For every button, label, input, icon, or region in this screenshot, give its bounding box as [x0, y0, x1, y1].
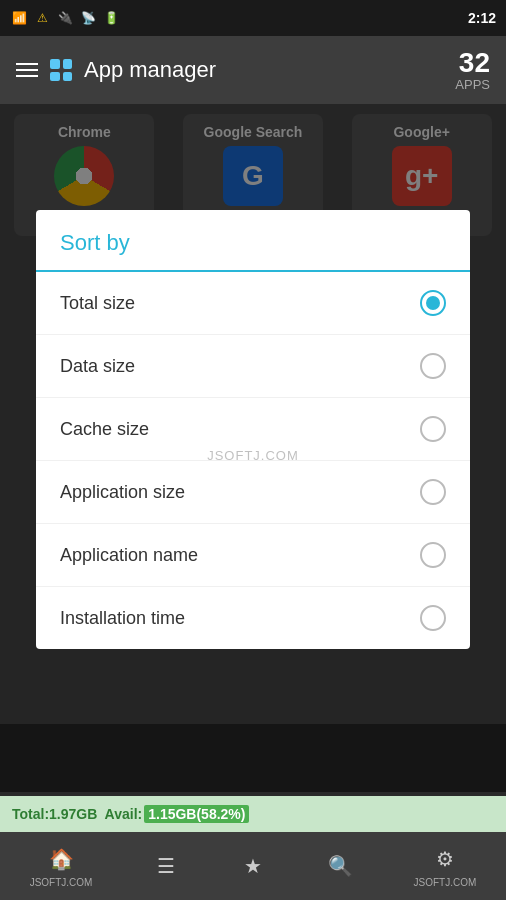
status-icons-left: 📶 ⚠ 🔌 📡 🔋 — [10, 9, 120, 27]
sort-option-total-size[interactable]: Total size — [36, 272, 470, 335]
settings-icon: ⚙ — [431, 845, 459, 873]
sort-option-cache-size[interactable]: Cache size — [36, 398, 470, 461]
bottom-nav: 🏠 JSOFTJ.COM ☰ ★ 🔍 ⚙ JSOFTJ.COM — [0, 832, 506, 900]
page-title: App manager — [84, 57, 216, 83]
sort-data-size-radio[interactable] — [420, 353, 446, 379]
signal-bars-icon: 📶 — [10, 9, 28, 27]
header-app-count: 32 APPS — [455, 49, 490, 92]
sort-option-install-time[interactable]: Installation time — [36, 587, 470, 649]
storage-bar: Total:1.97GB Avail:1.15GB(58.2%) — [0, 796, 506, 832]
sort-app-name-label: Application name — [60, 545, 198, 566]
wifi-icon: 📡 — [79, 9, 97, 27]
app-header: App manager 32 APPS — [0, 36, 506, 104]
nav-settings-label: JSOFTJ.COM — [414, 877, 477, 888]
header-left: App manager — [16, 57, 216, 83]
sort-install-time-radio[interactable] — [420, 605, 446, 631]
nav-search[interactable]: 🔍 — [326, 852, 354, 880]
sort-install-time-label: Installation time — [60, 608, 185, 629]
alert-icon: ⚠ — [33, 9, 51, 27]
status-time: 2:12 — [468, 10, 496, 26]
list-icon: ☰ — [152, 852, 180, 880]
sort-total-size-label: Total size — [60, 293, 135, 314]
nav-settings[interactable]: ⚙ JSOFTJ.COM — [414, 845, 477, 888]
sort-data-size-label: Data size — [60, 356, 135, 377]
nav-favorites[interactable]: ★ — [239, 852, 267, 880]
storage-avail-value: 1.15GB(58.2%) — [144, 805, 249, 823]
nav-home-label: JSOFTJ.COM — [30, 877, 93, 888]
storage-total-label: Total:1.97GB Avail:1.15GB(58.2%) — [12, 806, 251, 822]
sort-option-app-size[interactable]: Application size — [36, 461, 470, 524]
usb-icon: 🔌 — [56, 9, 74, 27]
nav-list[interactable]: ☰ — [152, 852, 180, 880]
app-count-number: 32 — [455, 49, 490, 77]
sort-dialog-title: Sort by — [36, 210, 470, 272]
sort-dialog: Sort by Total size Data size Cache size … — [36, 210, 470, 649]
sort-app-size-radio[interactable] — [420, 479, 446, 505]
app-count-label: APPS — [455, 77, 490, 92]
sort-app-name-radio[interactable] — [420, 542, 446, 568]
sort-option-data-size[interactable]: Data size — [36, 335, 470, 398]
search-icon: 🔍 — [326, 852, 354, 880]
storage-total-value: 1.97GB — [49, 806, 97, 822]
battery-icon: 🔋 — [102, 9, 120, 27]
sort-option-app-name[interactable]: Application name — [36, 524, 470, 587]
status-right: 2:12 — [468, 10, 496, 26]
grid-view-icon[interactable] — [50, 59, 72, 81]
sort-cache-size-radio[interactable] — [420, 416, 446, 442]
status-bar: 📶 ⚠ 🔌 📡 🔋 2:12 — [0, 0, 506, 36]
sort-app-size-label: Application size — [60, 482, 185, 503]
nav-home[interactable]: 🏠 JSOFTJ.COM — [30, 845, 93, 888]
sort-cache-size-label: Cache size — [60, 419, 149, 440]
sort-total-size-radio[interactable] — [420, 290, 446, 316]
menu-icon[interactable] — [16, 63, 38, 77]
star-icon: ★ — [239, 852, 267, 880]
home-icon: 🏠 — [47, 845, 75, 873]
